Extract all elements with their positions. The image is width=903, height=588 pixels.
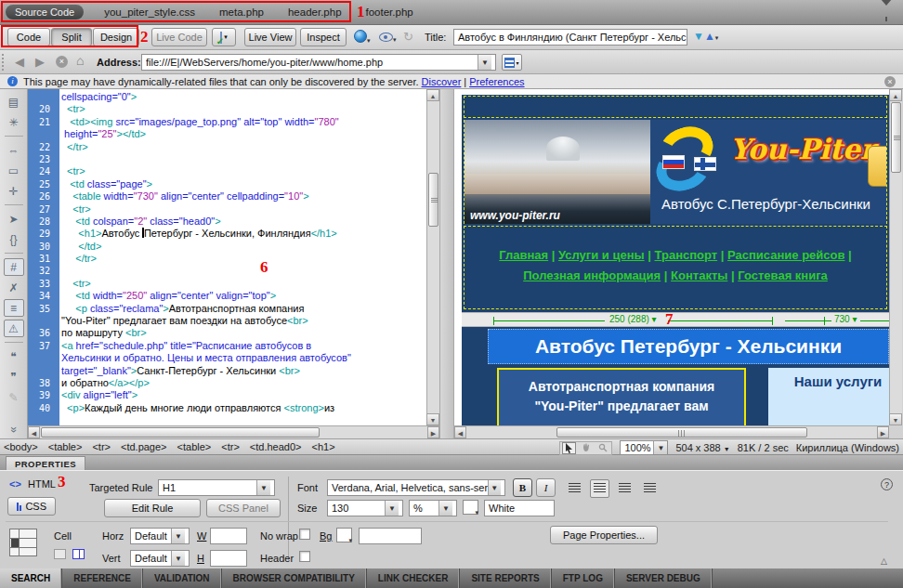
line-numbers-icon[interactable]: # (4, 258, 24, 276)
nav-link[interactable]: Расписание рейсов (727, 248, 844, 262)
code-line[interactable]: 25 <td class="page"> (28, 178, 439, 190)
live-code-button[interactable]: Live Code (151, 28, 207, 46)
balance-braces-icon[interactable]: {} (4, 230, 24, 248)
filter-related-files-icon[interactable] (881, 6, 894, 18)
results-tab-search[interactable]: SEARCH (0, 568, 62, 588)
tag-selector-item[interactable]: <tr> (221, 441, 240, 452)
code-line[interactable]: 35 <p class="reclama">Автотранспортная к… (28, 303, 439, 315)
font-select[interactable]: Verdana, Arial, Helvetica, sans-serif▼ (327, 479, 505, 496)
magnification-select[interactable]: 100%▼ (620, 440, 668, 455)
home-icon[interactable]: ⌂ (76, 53, 84, 68)
vert-select[interactable]: Default▼ (130, 550, 190, 567)
code-horizontal-scrollbar[interactable]: ◀ ▶ (28, 425, 439, 438)
design-top-table-row[interactable] (464, 96, 887, 118)
related-file-tab[interactable]: you_piter_style.css (104, 7, 195, 18)
design-scrollbar-thumb[interactable] (891, 102, 901, 173)
panel-resize-icon[interactable]: △ (881, 556, 887, 566)
back-icon[interactable]: ◀ (15, 55, 24, 69)
design-scroll-up-icon[interactable]: ▲ (889, 89, 902, 101)
horz-select[interactable]: Default▼ (130, 528, 190, 544)
address-input[interactable]: file:///E|/WebServers/home/you-piter/www… (141, 54, 496, 71)
file-get-put-icons[interactable]: ▼▲▾ (693, 30, 718, 43)
align-left-icon[interactable] (565, 479, 584, 498)
live-view-button[interactable]: Live View (244, 28, 296, 46)
window-size-select[interactable]: 504 x 388 ▼ (675, 442, 729, 453)
discover-link[interactable]: Discover (422, 76, 462, 87)
word-wrap-icon[interactable]: ≡ (4, 299, 24, 317)
size-select[interactable]: 130▼ (327, 500, 403, 516)
collapse-full-tag-icon[interactable]: ⇔ (4, 141, 24, 159)
code-line[interactable]: 30 </td> (28, 241, 439, 253)
code-line[interactable]: 22 </tr> (28, 141, 439, 153)
w-input[interactable] (210, 528, 247, 544)
source-code-button[interactable]: Source Code (6, 5, 84, 20)
design-scroll-right-icon[interactable]: ▶ (877, 426, 889, 438)
design-scroll-left-icon[interactable]: ◀ (454, 426, 466, 438)
code-line[interactable]: 20 <tr> (28, 103, 439, 115)
site-banner[interactable]: You-Piter Автобус С.Петербург-Хельсинки … (464, 120, 887, 224)
split-cell-icon[interactable] (72, 549, 85, 559)
split-view-button[interactable]: Split (51, 28, 92, 46)
pane-splitter[interactable] (439, 89, 454, 438)
reclama-cell[interactable]: Автотранспортная компания "You-Piter" пр… (497, 368, 746, 425)
vert-dropdown-icon[interactable]: ▼ (171, 551, 185, 566)
design-scroll-down-icon[interactable]: ▼ (889, 413, 902, 425)
size-unit-dropdown-icon[interactable]: ▼ (438, 501, 452, 516)
tag-selector-item[interactable]: <h1> (312, 441, 335, 452)
inspect-button[interactable]: Inspect (300, 28, 347, 46)
collapse-selection-icon[interactable]: ▭ (4, 162, 24, 179)
stop-icon[interactable]: × (56, 56, 68, 68)
select-tool-icon[interactable] (562, 442, 576, 454)
html-mode-button[interactable]: HTML (28, 478, 56, 490)
nav-link[interactable]: Главная (499, 248, 548, 262)
title-input[interactable]: Автобус в Финляндию (Санкт Петербург - Х… (453, 29, 687, 46)
related-file-tab[interactable]: meta.php (219, 7, 264, 18)
get-file-icon[interactable]: ▼ (693, 30, 704, 43)
related-file-tab[interactable]: header.php (288, 7, 342, 18)
services-cell[interactable]: Наши услуги (768, 368, 889, 425)
code-view-button[interactable]: Code (7, 28, 50, 46)
code-line[interactable]: cellspacing="0"> (28, 91, 439, 103)
text-color-swatch[interactable] (463, 500, 478, 515)
align-right-icon[interactable] (615, 479, 635, 498)
code-line[interactable]: 38и обратно</a></p> (28, 377, 439, 389)
bg-color-input[interactable] (359, 528, 422, 544)
scroll-left-icon[interactable]: ◀ (28, 426, 40, 438)
code-view-pane[interactable]: cellspacing="0">20 <tr>21 <td><img src="… (28, 89, 439, 425)
scroll-up-icon[interactable]: ▲ (426, 89, 439, 101)
check-browser-compatibility-button[interactable]: ▾ (212, 28, 236, 46)
edit-rule-button[interactable]: Edit Rule (104, 499, 201, 517)
browser-navigation-options-icon[interactable]: ▾ (502, 54, 522, 71)
bg-color-swatch[interactable] (336, 528, 352, 542)
highlight-invalid-code-icon[interactable]: ✗ (4, 279, 24, 296)
code-line[interactable]: 32 (28, 265, 439, 277)
results-tab-browser-compatibility[interactable]: BROWSER COMPATIBILITY (222, 568, 367, 588)
refresh-design-view-icon[interactable]: ↻ (403, 30, 413, 44)
code-line[interactable]: 21 <td><img src="images/page_top.png" al… (28, 116, 439, 128)
code-line[interactable]: 39<div align="left"> (28, 389, 439, 401)
code-line[interactable]: target="_blank">Санкт-Петербург - Хельси… (28, 365, 439, 377)
code-hscrollbar-thumb[interactable] (41, 427, 320, 438)
preview-in-browser-icon[interactable]: ▾ (354, 30, 371, 45)
code-line[interactable]: 23 (28, 153, 439, 165)
infobar-close-icon[interactable]: × (884, 76, 896, 87)
align-justify-icon[interactable] (640, 479, 660, 498)
design-h1-heading[interactable]: Автобус Петербург - Хельсинки (488, 329, 889, 364)
put-file-icon[interactable]: ▲ (704, 30, 715, 43)
nav-link[interactable]: Контакты (671, 268, 727, 282)
code-scrollbar-thumb[interactable] (428, 173, 438, 227)
results-tab-validation[interactable]: VALIDATION (143, 568, 222, 588)
forward-icon[interactable]: ▶ (35, 55, 45, 69)
nav-link[interactable]: Услуги и цены (558, 248, 645, 262)
code-line[interactable]: 37<a href="schedule.php" title="Расписан… (28, 340, 439, 352)
code-line[interactable]: Хельсинки и обратно. Цены и места отправ… (28, 352, 439, 364)
properties-tab[interactable]: PROPERTIES (6, 456, 85, 470)
targeted-rule-dropdown-icon[interactable]: ▼ (256, 480, 270, 495)
code-line[interactable]: 34 <td width="250" align="center" valign… (28, 290, 439, 302)
results-tab-link-checker[interactable]: LINK CHECKER (367, 568, 461, 588)
code-line[interactable]: 36по маршруту <br> (28, 327, 439, 339)
open-documents-icon[interactable]: ▤ (4, 93, 24, 111)
nav-link[interactable]: Транспорт (655, 248, 718, 262)
size-unit-select[interactable]: %▼ (409, 500, 457, 516)
code-line[interactable]: 29 <h1>Автобус Петербург - Хельсинки, Фи… (28, 228, 439, 240)
